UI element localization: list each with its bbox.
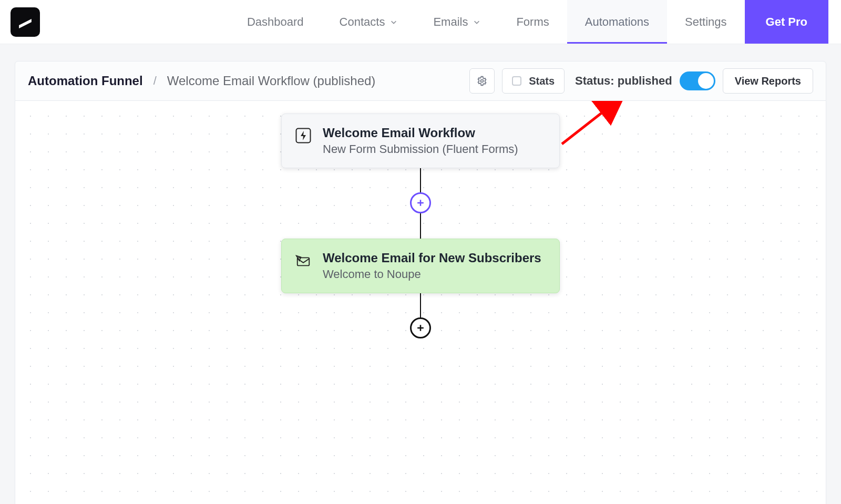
action-node-email[interactable]: Welcome Email for New Subscribers Welcom… <box>281 239 560 293</box>
funnel-name: Welcome Email Workflow (published) <box>167 74 376 88</box>
trigger-title: Welcome Email Workflow <box>323 126 518 140</box>
get-pro-label: Get Pro <box>766 15 807 29</box>
toggle-knob <box>698 73 714 89</box>
chevron-down-icon <box>473 18 480 26</box>
flow-column: Welcome Email Workflow New Form Submissi… <box>281 114 560 338</box>
chevron-down-icon <box>390 18 397 26</box>
nav-label: Forms <box>516 15 549 29</box>
trigger-subtitle: New Form Submission (Fluent Forms) <box>323 142 518 156</box>
connector-line <box>420 293 421 317</box>
breadcrumb-root: Automation Funnel <box>28 74 143 88</box>
nav-emails[interactable]: Emails <box>415 0 498 44</box>
stats-label: Stats <box>529 75 555 87</box>
top-nav: Dashboard Contacts Emails Forms Automati… <box>0 0 841 44</box>
action-title: Welcome Email for New Subscribers <box>323 251 541 265</box>
gear-icon <box>477 76 487 86</box>
nav-automations[interactable]: Automations <box>567 0 667 44</box>
nav-label: Settings <box>685 15 727 29</box>
funnel-header: Automation Funnel / Welcome Email Workfl… <box>15 61 826 101</box>
nav-forms[interactable]: Forms <box>498 0 567 44</box>
get-pro-button[interactable]: Get Pro <box>745 0 828 44</box>
stats-toggle-button[interactable]: Stats <box>502 68 565 94</box>
plus-icon <box>415 323 426 333</box>
add-step-end-button[interactable] <box>410 317 431 338</box>
connector-line <box>420 168 421 192</box>
svg-point-0 <box>481 80 484 83</box>
nav-label: Dashboard <box>247 15 304 29</box>
status-label: Status: published <box>575 74 672 88</box>
send-email-icon <box>295 253 311 269</box>
trigger-node[interactable]: Welcome Email Workflow New Form Submissi… <box>281 114 560 168</box>
nav-items: Dashboard Contacts Emails Forms Automati… <box>40 0 828 44</box>
plus-icon <box>415 198 426 208</box>
add-step-button[interactable] <box>410 192 431 213</box>
svg-rect-2 <box>298 258 310 265</box>
nav-contacts[interactable]: Contacts <box>322 0 416 44</box>
nav-label: Automations <box>585 15 649 29</box>
checkbox-icon <box>512 76 521 86</box>
nav-settings[interactable]: Settings <box>667 0 745 44</box>
publish-toggle[interactable] <box>680 71 715 90</box>
breadcrumb-separator: / <box>150 74 160 88</box>
nav-label: Emails <box>433 15 468 29</box>
connector-line <box>420 213 421 239</box>
view-reports-label: View Reports <box>735 75 801 87</box>
nav-label: Contacts <box>340 15 385 29</box>
logo-icon <box>16 13 34 31</box>
funnel-settings-button[interactable] <box>469 68 495 94</box>
bolt-icon <box>295 128 311 143</box>
action-subtitle: Welcome to Noupe <box>323 268 541 281</box>
automation-canvas[interactable]: Welcome Email Workflow New Form Submissi… <box>15 101 826 504</box>
app-logo[interactable] <box>11 7 40 37</box>
view-reports-button[interactable]: View Reports <box>723 68 813 94</box>
status-value: published <box>618 74 672 87</box>
status-prefix: Status: <box>575 74 618 87</box>
nav-dashboard[interactable]: Dashboard <box>229 0 322 44</box>
